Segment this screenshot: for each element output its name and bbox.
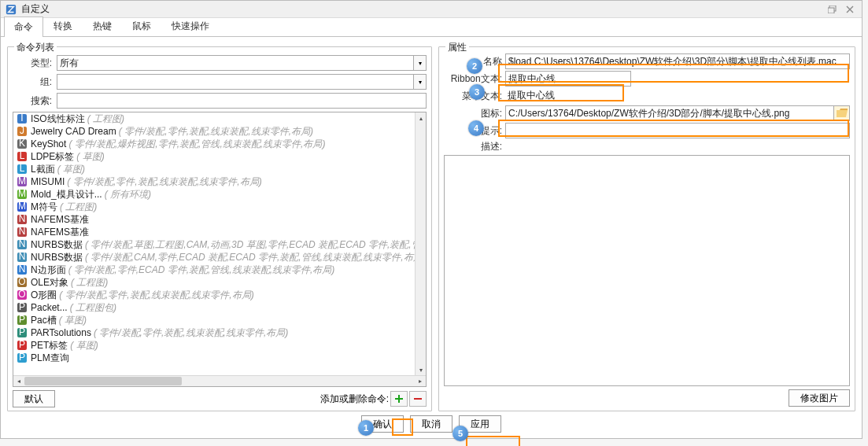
item-note: ( 零件/装配,零件,ECAD 零件,装配,管线,线束装配,线束零件,布局) — [68, 264, 335, 277]
list-item[interactable]: NNURBS数据( 零件/装配,草图,工程图,CAM,动画,3D 草图,零件,E… — [13, 238, 426, 251]
list-item[interactable]: PPLM查询 — [13, 352, 426, 364]
group-combo[interactable] — [57, 74, 414, 90]
item-note: ( 零件/装配,CAM,零件,ECAD 装配,ECAD 零件,装配,管线,线束装… — [85, 251, 426, 264]
app-icon — [6, 4, 17, 15]
list-item[interactable]: MMold_模具设计...( 所有环境) — [13, 188, 426, 201]
list-item[interactable]: PPac槽( 草图) — [13, 314, 426, 326]
list-item[interactable]: IISO线性标注( 工程图) — [13, 112, 426, 125]
item-label: NURBS数据 — [31, 238, 83, 252]
restore-icon[interactable] — [826, 4, 840, 15]
close-icon[interactable] — [843, 4, 857, 15]
svg-text:N: N — [19, 214, 26, 224]
list-item[interactable]: LLDPE标签( 草图) — [13, 150, 426, 163]
tab-command[interactable]: 命令 — [4, 17, 43, 37]
remove-command-button[interactable] — [409, 391, 427, 407]
list-item[interactable]: NNAFEMS基准 — [13, 226, 426, 238]
svg-text:N: N — [19, 252, 26, 262]
ribbon-field[interactable] — [505, 71, 631, 87]
plus-icon — [394, 394, 404, 404]
svg-text:P: P — [19, 340, 25, 350]
scroll-thumb[interactable] — [24, 377, 182, 385]
svg-text:N: N — [19, 239, 26, 249]
list-item[interactable]: NN边形面( 零件/装配,零件,ECAD 零件,装配,管线,线束装配,线束零件,… — [13, 264, 426, 276]
group-combo-arrow[interactable]: ▾ — [414, 74, 427, 90]
item-label: Jewelry CAD Dream — [31, 126, 116, 137]
search-label: 搜索: — [13, 94, 52, 108]
item-note: ( 零件/装配,草图,工程图,CAM,动画,3D 草图,零件,ECAD 装配,E… — [85, 238, 426, 252]
item-icon: N — [17, 264, 28, 275]
list-item[interactable]: NNURBS数据( 零件/装配,CAM,零件,ECAD 装配,ECAD 零件,装… — [13, 251, 426, 264]
list-item[interactable]: OO形圈( 零件/装配,零件,装配,线束装配,线束零件,布局) — [13, 289, 426, 301]
item-note: ( 零件/装配,爆炸视图,零件,装配,管线,线束装配,线束零件,布局) — [68, 138, 325, 151]
item-icon: M — [17, 176, 28, 187]
customize-dialog: 自定义 命令 转换 热键 鼠标 快速操作 命令列表 类型: 所有 ▾ 组: — [0, 0, 862, 439]
list-item[interactable]: KKeyShot( 零件/装配,爆炸视图,零件,装配,管线,线束装配,线束零件,… — [13, 138, 426, 150]
scroll-down-icon[interactable]: ▾ — [416, 364, 427, 375]
item-icon: L — [17, 151, 28, 162]
marker-5: 5 — [452, 426, 468, 441]
scroll-left-icon[interactable]: ◂ — [13, 376, 24, 387]
horizontal-scrollbar[interactable]: ◂ ▸ — [13, 375, 426, 386]
tab-hotkey[interactable]: 热键 — [83, 16, 122, 36]
tab-mouse[interactable]: 鼠标 — [122, 16, 161, 36]
item-label: PLM查询 — [31, 352, 69, 365]
item-label: OLE对象 — [31, 276, 68, 289]
svg-text:O: O — [18, 289, 25, 300]
tab-quick[interactable]: 快速操作 — [161, 16, 220, 36]
vertical-scrollbar[interactable]: ▴ ▾ — [415, 112, 426, 375]
item-note: ( 零件/装配,零件,装配,线束装配,线束零件,布局) — [67, 175, 261, 189]
command-list[interactable]: IISO线性标注( 工程图)JJewelry CAD Dream( 零件/装配,… — [13, 112, 427, 387]
list-item[interactable]: PPacket...( 工程图包) — [13, 301, 426, 314]
group-label: 组: — [13, 76, 52, 89]
svg-text:J: J — [20, 126, 24, 136]
type-combo-arrow[interactable]: ▾ — [414, 55, 427, 71]
window-title: 自定义 — [21, 2, 822, 16]
item-icon: O — [17, 289, 28, 300]
marker-3: 3 — [469, 84, 485, 100]
svg-rect-2 — [828, 8, 834, 13]
scroll-right-icon[interactable]: ▸ — [415, 376, 426, 387]
list-item[interactable]: JJewelry CAD Dream( 零件/装配,零件,装配,线束装配,线束零… — [13, 125, 426, 138]
dialog-footer: 确认 取消 应用 — [1, 413, 862, 435]
marker-2: 2 — [467, 58, 482, 74]
command-list-legend: 命令列表 — [14, 41, 57, 54]
hint-field[interactable] — [505, 123, 850, 138]
item-icon: P — [17, 340, 28, 351]
folder-icon — [837, 109, 848, 118]
type-combo[interactable]: 所有 — [57, 55, 414, 71]
icon-field[interactable] — [505, 105, 834, 121]
list-item[interactable]: LL截面( 草图) — [13, 163, 426, 175]
item-label: ISO线性标注 — [31, 112, 85, 126]
item-icon: J — [17, 126, 28, 137]
modify-image-button[interactable]: 修改图片 — [789, 389, 850, 407]
list-item[interactable]: MMISUMI( 零件/装配,零件,装配,线束装配,线束零件,布局) — [13, 175, 426, 188]
list-item[interactable]: OOLE对象( 工程图) — [13, 276, 426, 289]
svg-text:M: M — [18, 176, 26, 186]
list-item[interactable]: PPARTsolutions( 零件/装配,零件,装配,线束装配,线束零件,布局… — [13, 326, 426, 339]
item-icon: N — [17, 252, 28, 263]
description-textarea[interactable] — [444, 155, 850, 386]
item-label: PET标签 — [31, 339, 68, 352]
cancel-button[interactable]: 取消 — [410, 415, 452, 433]
item-label: NURBS数据 — [31, 251, 83, 264]
item-note: ( 草图) — [70, 339, 98, 352]
tab-convert[interactable]: 转换 — [43, 16, 83, 36]
list-item[interactable]: PPET标签( 草图) — [13, 339, 426, 352]
item-note: ( 所有环境) — [105, 188, 151, 201]
list-item[interactable]: MM符号( 工程图) — [13, 201, 426, 213]
list-item[interactable]: NNAFEMS基准 — [13, 213, 426, 226]
add-command-button[interactable] — [390, 391, 408, 407]
default-button[interactable]: 默认 — [13, 390, 55, 407]
scroll-up-icon[interactable]: ▴ — [416, 112, 427, 123]
item-icon: O — [17, 277, 28, 288]
item-note: ( 工程图包) — [70, 301, 116, 315]
browse-icon-button[interactable] — [834, 105, 850, 121]
name-field[interactable] — [505, 53, 850, 69]
svg-text:N: N — [19, 227, 26, 237]
item-icon: N — [17, 227, 28, 238]
search-input[interactable] — [57, 93, 427, 109]
item-icon: L — [17, 164, 28, 175]
icon-label: 图标: — [444, 107, 502, 120]
item-icon: P — [17, 315, 28, 326]
svg-text:L: L — [20, 164, 25, 174]
